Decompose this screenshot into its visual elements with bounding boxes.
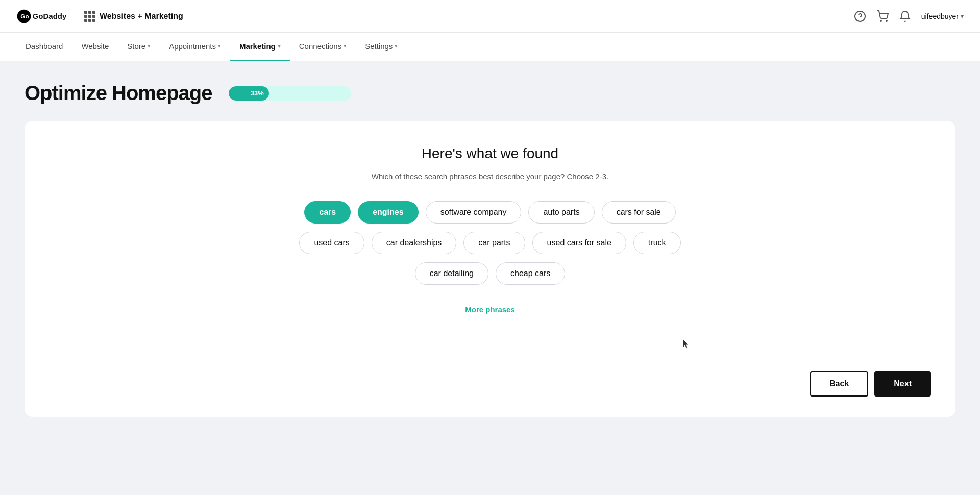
phrase-chip-cheap-cars[interactable]: cheap cars [496,262,565,285]
cart-button[interactable] [876,10,889,22]
more-phrases-link[interactable]: More phrases [465,305,515,314]
header-left: Go GoDaddy Websites + Marketing [16,7,183,26]
main-card: Here's what we found Which of these sear… [24,121,955,417]
svg-text:Go: Go [20,13,29,19]
phrase-row-3: car detailing cheap cars [415,262,566,285]
nav-dashboard[interactable]: Dashboard [16,33,72,61]
page-title: Optimize Homepage [24,82,212,105]
phrase-chip-car-detailing[interactable]: car detailing [415,262,488,285]
godaddy-logo: Go GoDaddy [16,7,67,26]
phrase-row-2: used cars car dealerships car parts used… [299,232,680,254]
phrase-row-1: cars engines software company auto parts… [304,201,676,224]
next-button[interactable]: Next [874,371,931,397]
user-menu[interactable]: uifeedbuyer ▾ [921,12,964,20]
phrase-chip-used-cars-for-sale[interactable]: used cars for sale [532,232,626,254]
page-content: Optimize Homepage 33% Here's what we fou… [0,61,980,437]
card-footer: Back Next [810,371,931,397]
suite-name-text: Websites + Marketing [100,12,183,21]
settings-chevron: ▾ [395,43,398,50]
user-menu-chevron: ▾ [961,13,964,20]
store-chevron: ▾ [148,43,151,50]
card-subtitle: Which of these search phrases best descr… [57,172,923,181]
more-phrases-section: More phrases [57,305,923,314]
bell-button[interactable] [899,10,911,22]
progress-label: 33% [251,89,264,97]
phrase-chip-engines[interactable]: engines [358,201,418,224]
svg-text:GoDaddy: GoDaddy [33,12,67,20]
username-label: uifeedbuyer [921,12,959,20]
progress-bar-fill: 33% [229,86,269,101]
nav-connections[interactable]: Connections ▾ [290,33,356,61]
card-title: Here's what we found [57,145,923,162]
svg-point-6 [886,20,887,21]
phrase-chip-used-cars[interactable]: used cars [299,232,364,254]
phrase-chip-auto-parts[interactable]: auto parts [528,201,594,224]
progress-bar-container: 33% [229,86,351,101]
phrase-chip-car-dealerships[interactable]: car dealerships [372,232,457,254]
marketing-chevron: ▾ [278,43,281,50]
nav-settings[interactable]: Settings ▾ [356,33,407,61]
help-button[interactable] [854,10,866,22]
header-right: uifeedbuyer ▾ [854,10,964,22]
page-header: Optimize Homepage 33% [24,82,955,105]
help-icon [854,10,866,22]
top-header: Go GoDaddy Websites + Marketing [0,0,980,33]
phrase-chip-software-company[interactable]: software company [426,201,522,224]
phrase-chip-truck[interactable]: truck [633,232,681,254]
phrase-chip-cars[interactable]: cars [304,201,351,224]
nav-marketing[interactable]: Marketing ▾ [230,33,290,61]
nav-website[interactable]: Website [72,33,118,61]
suite-name: Websites + Marketing [84,11,183,22]
phrase-chip-car-parts[interactable]: car parts [463,232,525,254]
connections-chevron: ▾ [344,43,347,50]
phrase-chip-cars-for-sale[interactable]: cars for sale [602,201,676,224]
nav-appointments[interactable]: Appointments ▾ [160,33,230,61]
nav-store[interactable]: Store ▾ [118,33,160,61]
nav-bar: Dashboard Website Store ▾ Appointments ▾… [0,33,980,61]
logo-area: Go GoDaddy [16,7,67,26]
header-divider [76,9,76,23]
grid-icon [84,11,95,22]
phrases-area: cars engines software company auto parts… [57,201,923,285]
cart-icon [876,10,889,22]
back-button[interactable]: Back [810,371,868,397]
appointments-chevron: ▾ [218,43,221,50]
bell-icon [899,10,911,22]
svg-point-5 [880,20,881,21]
